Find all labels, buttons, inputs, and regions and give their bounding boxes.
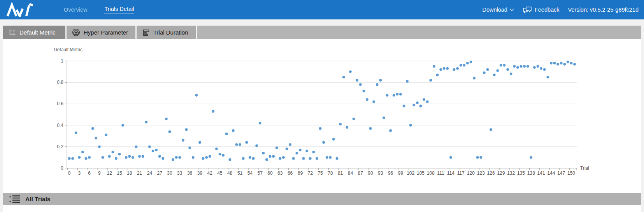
data-point[interactable] <box>312 151 315 153</box>
data-point[interactable] <box>188 146 191 149</box>
data-point[interactable] <box>98 145 101 148</box>
download-button[interactable]: Download <box>482 7 514 13</box>
data-point[interactable] <box>95 137 97 139</box>
data-point[interactable] <box>286 148 288 150</box>
data-point[interactable] <box>386 94 389 97</box>
data-point[interactable] <box>446 67 449 70</box>
data-point[interactable] <box>316 157 318 160</box>
data-point[interactable] <box>145 121 147 123</box>
data-point[interactable] <box>366 98 369 101</box>
data-point[interactable] <box>466 62 469 64</box>
data-point[interactable] <box>346 126 348 129</box>
data-point[interactable] <box>560 62 563 64</box>
all-trials-header[interactable]: All Trials <box>3 193 641 205</box>
data-point[interactable] <box>88 156 91 159</box>
data-point[interactable] <box>275 146 278 149</box>
data-point[interactable] <box>305 149 308 152</box>
data-point[interactable] <box>493 73 496 76</box>
nni-logo-icon[interactable] <box>5 2 37 17</box>
data-point[interactable] <box>356 79 358 82</box>
nav-trials-detail[interactable]: Trials Detail <box>104 6 134 14</box>
data-point[interactable] <box>105 134 107 136</box>
data-point[interactable] <box>426 100 429 103</box>
data-point[interactable] <box>75 132 77 134</box>
data-point[interactable] <box>403 105 405 108</box>
data-point[interactable] <box>496 69 499 72</box>
data-point[interactable] <box>516 66 519 69</box>
nav-overview[interactable]: Overview <box>64 7 87 13</box>
data-point[interactable] <box>175 156 178 159</box>
data-point[interactable] <box>563 63 566 66</box>
data-point[interactable] <box>249 156 251 159</box>
data-point[interactable] <box>239 143 241 146</box>
data-point[interactable] <box>292 157 295 160</box>
data-point[interactable] <box>121 124 124 127</box>
data-point[interactable] <box>228 158 231 161</box>
data-point[interactable] <box>556 63 559 66</box>
data-point[interactable] <box>289 143 291 146</box>
data-point[interactable] <box>359 83 362 86</box>
data-point[interactable] <box>91 127 94 130</box>
data-point[interactable] <box>302 157 305 160</box>
data-point[interactable] <box>473 77 476 80</box>
data-point[interactable] <box>383 116 385 119</box>
data-point[interactable] <box>255 144 258 147</box>
data-point[interactable] <box>339 123 342 125</box>
data-point[interactable] <box>533 66 536 69</box>
data-point[interactable] <box>429 79 432 82</box>
default-metric-scatter-chart[interactable]: Default Metric00.20.40.60.81036912151821… <box>3 39 641 187</box>
data-point[interactable] <box>135 145 138 148</box>
data-point[interactable] <box>433 65 435 68</box>
data-point[interactable] <box>142 155 144 158</box>
data-point[interactable] <box>573 63 576 66</box>
data-point[interactable] <box>456 67 459 70</box>
data-point[interactable] <box>396 93 398 96</box>
data-point[interactable] <box>192 156 195 159</box>
data-point[interactable] <box>299 149 302 151</box>
data-point[interactable] <box>198 141 201 144</box>
data-point[interactable] <box>215 148 218 150</box>
data-point[interactable] <box>389 129 392 132</box>
data-point[interactable] <box>262 152 265 155</box>
data-point[interactable] <box>412 104 415 106</box>
data-point[interactable] <box>225 132 228 135</box>
data-point[interactable] <box>460 64 462 67</box>
data-point[interactable] <box>168 130 171 133</box>
data-point[interactable] <box>540 67 542 70</box>
data-point[interactable] <box>520 65 523 68</box>
data-point[interactable] <box>526 65 529 68</box>
data-point[interactable] <box>406 80 409 83</box>
data-point[interactable] <box>178 156 181 159</box>
data-point[interactable] <box>161 157 164 160</box>
data-point[interactable] <box>423 98 425 101</box>
data-point[interactable] <box>372 100 375 103</box>
data-point[interactable] <box>158 155 161 158</box>
data-point[interactable] <box>379 79 382 82</box>
data-point[interactable] <box>349 70 352 73</box>
data-point[interactable] <box>530 156 532 159</box>
data-point[interactable] <box>326 156 328 159</box>
data-point[interactable] <box>81 151 84 153</box>
data-point[interactable] <box>369 127 372 130</box>
data-point[interactable] <box>71 157 74 160</box>
data-point[interactable] <box>470 61 472 63</box>
data-point[interactable] <box>319 127 322 130</box>
data-point[interactable] <box>449 156 452 159</box>
data-point[interactable] <box>553 62 556 64</box>
data-point[interactable] <box>453 68 456 71</box>
tab-default-metric[interactable]: Default Metric <box>3 26 65 39</box>
data-point[interactable] <box>212 110 214 113</box>
data-point[interactable] <box>443 67 446 70</box>
data-point[interactable] <box>152 149 154 152</box>
data-point[interactable] <box>436 73 439 76</box>
data-point[interactable] <box>205 156 208 159</box>
feedback-button[interactable]: Feedback <box>523 6 560 14</box>
data-point[interactable] <box>393 94 395 97</box>
data-point[interactable] <box>219 153 221 156</box>
data-point[interactable] <box>282 156 285 159</box>
data-point[interactable] <box>342 76 345 78</box>
data-point[interactable] <box>172 158 174 161</box>
data-point[interactable] <box>202 157 205 160</box>
tab-trial-duration[interactable]: Trial Duration <box>137 26 196 39</box>
data-point[interactable] <box>523 65 526 68</box>
